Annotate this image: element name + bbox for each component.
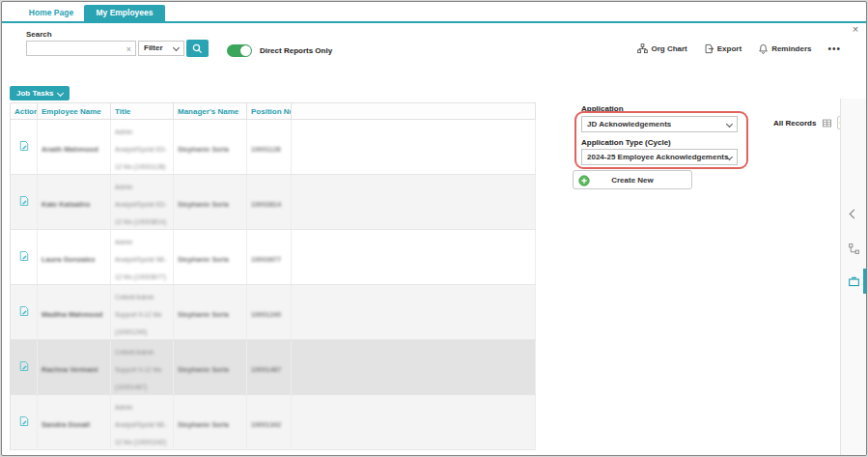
application-value: JD Acknowledgements	[587, 117, 671, 131]
document-action-icon[interactable]	[18, 305, 30, 317]
document-action-icon[interactable]	[18, 195, 30, 207]
app-window: Home Page My Employees × Search × Filter…	[1, 1, 867, 456]
document-action-icon[interactable]	[18, 360, 30, 372]
position-number: 10001487	[251, 366, 281, 373]
reminders-button[interactable]: Reminders	[758, 43, 811, 54]
position-number: 10001342	[251, 421, 281, 428]
chevron-down-icon	[726, 121, 733, 128]
more-options-button[interactable]: •••	[827, 45, 841, 53]
application-type-dropdown[interactable]: 2024-25 Employee Acknowledgements (2024-…	[581, 149, 738, 165]
employee-table: Action Employee Name Title Manager's Nam…	[10, 102, 536, 450]
employee-title: Admin Analyst/Spclst NE-12 Mo (10003677)	[115, 239, 167, 280]
reminders-label: Reminders	[771, 44, 811, 53]
action-cell	[11, 395, 38, 450]
position-number: 10003677	[251, 256, 281, 263]
application-type-value: 2024-25 Employee Acknowledgements (2024-…	[587, 150, 730, 164]
search-icon	[192, 43, 203, 54]
action-cell	[11, 230, 38, 285]
manager-name: Stephanie Soria	[178, 146, 229, 153]
chevron-left-icon	[849, 209, 858, 218]
position-number: 10001240	[251, 311, 281, 318]
tab-my-employees[interactable]: My Employees	[84, 5, 165, 21]
application-dropdown[interactable]: JD Acknowledgements	[581, 116, 738, 132]
clear-search-icon[interactable]: ×	[126, 43, 131, 55]
table-header-row: Action Employee Name Title Manager's Nam…	[11, 103, 536, 120]
org-chart-label: Org Chart	[651, 44, 686, 53]
col-employee-name[interactable]: Employee Name	[38, 103, 111, 120]
job-tasks-label: Job Tasks	[16, 86, 54, 100]
col-position-number[interactable]: Position Nur	[247, 103, 292, 120]
action-cell	[11, 285, 38, 340]
export-label: Export	[717, 44, 742, 53]
document-action-icon[interactable]	[18, 250, 30, 262]
employee-title: Cnfdntl Admin Support II-12 Mo (10001240…	[115, 294, 161, 335]
top-action-bar: Org Chart Export Reminders •••	[637, 43, 841, 54]
chevron-down-icon	[57, 90, 64, 97]
manager-name: Stephanie Soria	[178, 201, 229, 208]
col-action[interactable]: Action	[11, 103, 38, 120]
filter-label: Filter	[144, 43, 163, 52]
table-row[interactable]: Madiha MahmoodCnfdntl Admin Support II-1…	[11, 285, 536, 340]
application-type-label: Application Type (Cycle)	[581, 138, 671, 147]
tab-bar: Home Page My Employees	[2, 4, 866, 23]
application-label: Application	[581, 104, 624, 113]
direct-reports-label: Direct Reports Only	[260, 46, 332, 55]
action-cell	[11, 340, 38, 395]
employee-name: Anath Mahmood	[42, 145, 98, 154]
manager-name: Stephanie Soria	[178, 311, 229, 318]
toggle-knob	[240, 45, 251, 56]
briefcase-icon	[848, 275, 860, 288]
tab-home-page[interactable]: Home Page	[19, 5, 83, 21]
sidebar-item-hierarchy[interactable]	[841, 238, 866, 259]
employee-title: Admin Analyst/Spclst ED-12 Mo (10001128)	[115, 129, 167, 170]
employee-name: Sandra Doxall	[42, 420, 90, 429]
search-label: Search	[26, 30, 52, 39]
position-number: 10001128	[251, 146, 281, 153]
table-row[interactable]: Rachna VermaniCnfdntl Admin Support II-1…	[11, 340, 536, 395]
all-records-label: All Records	[773, 119, 816, 128]
table-row[interactable]: Kate KatsaliroAdmin Analyst/Spclst ED-12…	[11, 175, 536, 230]
employee-title: Admin Analyst/Spclst NE-12 Mo (10001342)	[115, 404, 167, 445]
filter-dropdown[interactable]: Filter	[138, 41, 184, 56]
right-sidebar	[840, 99, 866, 455]
action-cell	[11, 120, 38, 175]
employee-title: Admin Analyst/Spclst ED-12 Mo (10003814)	[115, 184, 167, 225]
document-action-icon[interactable]	[18, 140, 30, 152]
employee-title: Cnfdntl Admin Support II-12 Mo (10001487…	[115, 349, 161, 390]
close-icon[interactable]: ×	[849, 22, 862, 36]
grid-view-button[interactable]	[820, 116, 833, 129]
col-title[interactable]: Title	[111, 103, 174, 120]
create-new-label: Create New	[611, 176, 654, 185]
table-row[interactable]: Anath MahmoodAdmin Analyst/Spclst ED-12 …	[11, 120, 536, 175]
org-chart-icon	[637, 43, 648, 54]
grid-icon	[822, 118, 832, 129]
search-input[interactable]: ×	[26, 41, 136, 56]
direct-reports-toggle[interactable]	[227, 44, 252, 57]
collapse-panel-button[interactable]	[841, 203, 866, 224]
export-button[interactable]: Export	[704, 43, 742, 54]
manager-name: Stephanie Soria	[178, 421, 229, 428]
org-chart-button[interactable]: Org Chart	[637, 43, 686, 54]
employee-name: Kate Katsaliro	[42, 200, 90, 209]
manager-name: Stephanie Soria	[178, 366, 229, 373]
action-cell	[11, 175, 38, 230]
employee-name: Laura Gonzalez	[42, 255, 95, 264]
job-tasks-button[interactable]: Job Tasks	[10, 86, 70, 100]
position-number: 10003814	[251, 201, 281, 208]
table-row[interactable]: Sandra DoxallAdmin Analyst/Spclst NE-12 …	[11, 395, 536, 450]
document-action-icon[interactable]	[18, 415, 30, 427]
employee-name: Rachna Vermani	[42, 365, 98, 374]
col-filler	[292, 103, 536, 120]
active-item-indicator	[863, 269, 866, 294]
manager-name: Stephanie Soria	[178, 256, 229, 263]
create-new-button[interactable]: Create New	[573, 170, 692, 189]
search-button[interactable]	[186, 40, 209, 57]
bell-icon	[758, 43, 769, 54]
chevron-down-icon	[173, 44, 180, 51]
col-manager-name[interactable]: Manager's Name	[174, 103, 247, 120]
add-icon	[578, 175, 590, 186]
employee-name: Madiha Mahmood	[42, 310, 102, 319]
table-row[interactable]: Laura GonzalezAdmin Analyst/Spclst NE-12…	[11, 230, 536, 285]
hierarchy-icon	[848, 243, 860, 255]
export-icon	[704, 43, 714, 54]
